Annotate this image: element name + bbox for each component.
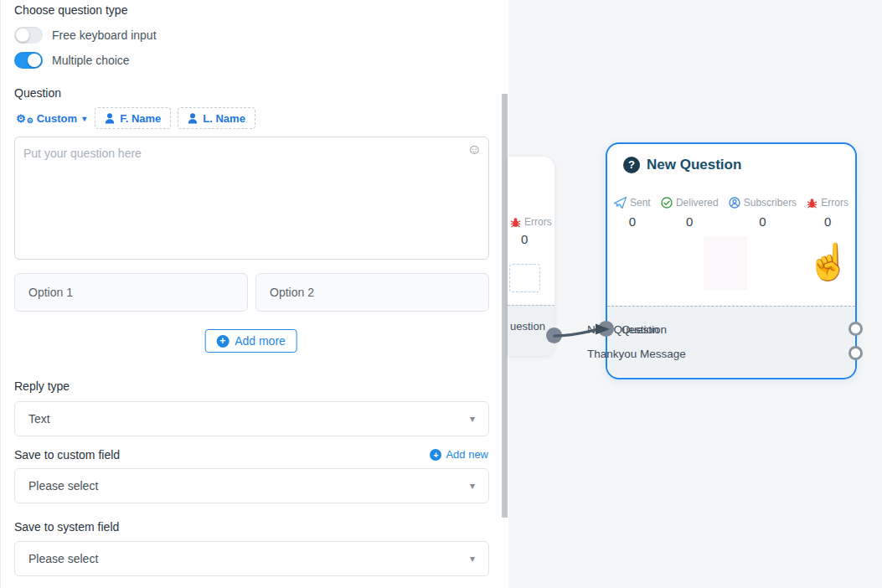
node-header: ? New Question	[623, 157, 741, 173]
emoji-picker-icon[interactable]: ☺	[467, 142, 482, 157]
add-new-custom-field-link[interactable]: + Add new	[430, 448, 488, 461]
stat-sent: Sent 0	[614, 197, 651, 229]
delivered-value: 0	[686, 214, 693, 229]
plus-icon: +	[430, 449, 441, 461]
toggle-knob	[28, 54, 41, 67]
options-row	[14, 273, 489, 312]
next-question-output-port[interactable]	[848, 322, 863, 336]
thankyou-message-port-label: Thankyou Message	[587, 348, 835, 360]
subscribers-value: 0	[759, 214, 766, 229]
subscribers-label: Subscribers	[744, 197, 797, 209]
thankyou-message-output-port[interactable]	[848, 346, 863, 360]
custom-field-select[interactable]: Please select ▾	[14, 468, 489, 503]
custom-fields-dropdown-button[interactable]: ⚙⚙ Custom ▾	[14, 109, 88, 128]
node-title: New Question	[647, 157, 741, 173]
add-new-label: Add new	[446, 448, 488, 461]
question-textarea-wrapper: ☺	[14, 137, 489, 260]
free-keyboard-toggle[interactable]	[14, 27, 43, 44]
node-stats-row: Sent 0 Delivered 0	[607, 197, 855, 229]
last-name-tag-button[interactable]: L. Name	[178, 107, 255, 129]
custom-field-value: Please select	[28, 479, 470, 493]
stat-errors: Errors 0	[807, 197, 848, 229]
system-field-value: Please select	[28, 552, 470, 565]
option-1-input[interactable]	[14, 273, 248, 312]
partial-node-errors-value: 0	[521, 232, 528, 246]
panel-scrollbar-thumb[interactable]	[502, 94, 508, 518]
delivered-label: Delivered	[676, 197, 719, 209]
multiple-choice-toggle[interactable]	[14, 52, 43, 69]
sent-label: Sent	[630, 197, 651, 209]
check-circle-icon	[661, 197, 673, 209]
reply-type-value: Text	[28, 412, 470, 426]
first-name-tag-button[interactable]: F. Name	[95, 107, 171, 129]
partial-node-output-port[interactable]	[546, 328, 562, 343]
question-mark-badge-icon: ?	[623, 157, 640, 173]
option-2-input[interactable]	[255, 273, 489, 312]
add-more-button[interactable]: + Add more	[204, 329, 297, 353]
flow-canvas[interactable]: Errors 0 uestion ? New Question Sent 0	[508, 0, 882, 588]
question-config-panel: Choose question type Free keyboard input…	[0, 0, 501, 588]
gear-icon: ⚙	[16, 113, 26, 124]
errors-label: Errors	[524, 216, 552, 228]
next-question-port-label: Next Question	[587, 323, 835, 336]
add-more-label: Add more	[235, 334, 286, 348]
errors-value: 0	[824, 214, 831, 229]
toggle-knob	[16, 28, 29, 42]
plus-icon: +	[216, 335, 229, 348]
stat-subscribers: Subscribers 0	[729, 197, 797, 229]
last-name-tag-label: L. Name	[203, 112, 245, 125]
save-system-field-label: Save to system field	[14, 520, 119, 534]
first-name-tag-label: F. Name	[120, 112, 161, 125]
save-custom-field-label: Save to custom field	[14, 448, 120, 462]
stat-delivered: Delivered 0	[661, 197, 719, 229]
partial-port-label: uestion	[510, 320, 545, 333]
system-field-select[interactable]: Please select ▾	[14, 541, 489, 576]
hand-cursor-icon: ☝	[807, 245, 850, 280]
partial-question-node[interactable]: Errors 0 uestion	[508, 157, 554, 356]
chevron-down-icon: ▾	[470, 480, 475, 492]
subscribers-icon	[729, 197, 740, 209]
chevron-down-icon: ▾	[470, 413, 475, 425]
person-icon	[105, 113, 115, 124]
choose-question-type-label: Choose question type	[14, 3, 127, 17]
question-textarea[interactable]	[15, 137, 488, 259]
bug-icon	[510, 217, 521, 228]
bug-icon	[807, 198, 818, 209]
merge-tag-chips: ⚙⚙ Custom ▾ F. Name L. Name	[14, 107, 255, 129]
question-input-port[interactable]	[598, 321, 614, 337]
free-keyboard-toggle-row: Free keyboard input	[14, 27, 157, 44]
custom-button-label: Custom	[37, 112, 77, 125]
person-icon	[188, 113, 198, 124]
option-placeholder-box[interactable]	[509, 264, 540, 292]
multiple-choice-toggle-label: Multiple choice	[52, 54, 130, 67]
node-footer: Question Next Question Thankyou Message	[607, 306, 855, 377]
sent-value: 0	[629, 214, 636, 229]
partial-node-errors-stat: Errors	[510, 216, 552, 228]
gear-icon: ⚙	[27, 117, 34, 125]
chevron-down-icon: ▾	[470, 553, 475, 565]
reply-type-label: Reply type	[14, 379, 70, 393]
question-label: Question	[14, 86, 61, 100]
new-question-node[interactable]: ? New Question Sent 0 De	[606, 142, 857, 379]
node-drag-hover-area[interactable]	[704, 236, 747, 290]
chevron-down-icon: ▾	[82, 114, 86, 123]
multiple-choice-toggle-row: Multiple choice	[14, 52, 130, 69]
errors-label: Errors	[821, 197, 848, 209]
reply-type-select[interactable]: Text ▾	[14, 401, 489, 436]
free-keyboard-toggle-label: Free keyboard input	[52, 28, 157, 42]
paper-plane-icon	[614, 197, 627, 209]
